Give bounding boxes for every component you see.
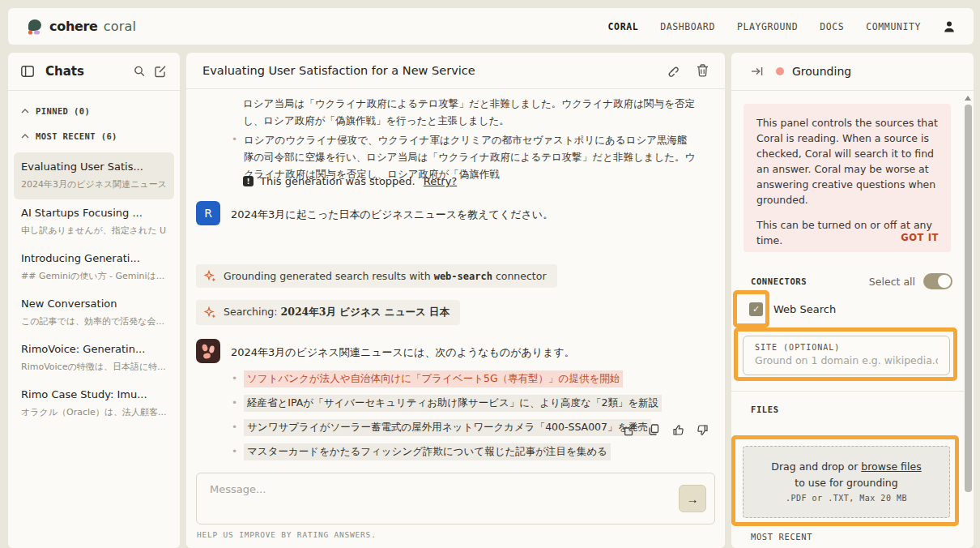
search-chats-icon[interactable] bbox=[133, 65, 146, 78]
retry-link[interactable]: Retry? bbox=[424, 175, 457, 187]
nav-docs[interactable]: DOCS bbox=[820, 21, 844, 32]
cited-text[interactable]: マスターカードをかたるフィッシング詐欺について報じた記事が注目を集める bbox=[244, 443, 611, 460]
delete-conversation-icon[interactable] bbox=[697, 64, 709, 77]
chat-item-preview: RimoVoiceの特徴は、日本語に特... bbox=[21, 361, 167, 373]
assistant-message: 2024年3月のビジネス関連ニュースには、次のようなものがあります。 bbox=[196, 339, 575, 363]
scrollbar-up-arrow[interactable] bbox=[965, 96, 971, 101]
conversation-panel: Evaluating User Satisfaction for a New S… bbox=[186, 53, 725, 548]
chevron-up-icon bbox=[21, 109, 29, 113]
web-search-checkbox[interactable]: ✓ bbox=[749, 302, 763, 316]
browse-files-link[interactable]: browse files bbox=[861, 460, 921, 473]
conversation-header: Evaluating User Satisfaction for a New S… bbox=[186, 53, 725, 89]
user-message-text: 2024年3月に起こった日本のビジネスニュースを教えてください。 bbox=[231, 201, 553, 225]
nav-dashboard[interactable]: DASHBOARD bbox=[660, 21, 715, 32]
chat-item-preview: オラクル（Oracle）は、法人顧客... bbox=[21, 406, 167, 418]
assistant-bullet-list: •ソフトバンクが法人や自治体向けに「プライベート5G（専有型）」の提供を開始 •… bbox=[232, 370, 685, 468]
chat-list-item[interactable]: Introducing Generati... ## Geminiの使い方 - … bbox=[8, 245, 180, 290]
connector-name: web-search bbox=[434, 271, 492, 282]
select-all-label: Select all bbox=[869, 276, 915, 288]
dropzone-text: Drag and drop or browse files bbox=[744, 459, 949, 475]
send-button[interactable]: → bbox=[679, 485, 706, 512]
copy-icon[interactable] bbox=[648, 424, 660, 436]
cited-text[interactable]: サンワサプライがソーラー蓄電式の屋外用ネットワークカメラ「400-SSA007」… bbox=[244, 419, 651, 436]
chat-item-title: AI Startups Focusing ... bbox=[21, 207, 167, 219]
grounding-panel: Grounding This panel controls the source… bbox=[731, 53, 974, 548]
site-input[interactable] bbox=[755, 354, 938, 366]
export-icon[interactable] bbox=[624, 424, 636, 436]
generation-stopped-notice: ! This generation was stopped. Retry? bbox=[243, 175, 457, 187]
chat-list-item[interactable]: New Conversation この記事では、効率的で活発な会... bbox=[8, 290, 180, 336]
user-message: R 2024年3月に起こった日本のビジネスニュースを教えてください。 bbox=[196, 201, 553, 225]
conversation-title: Evaluating User Satisfaction for a New S… bbox=[202, 64, 666, 77]
share-link-icon[interactable] bbox=[666, 64, 679, 77]
chat-list-item[interactable]: Evaluating User Satis... 2024年3月のビジネス関連ニ… bbox=[14, 152, 174, 199]
chat-list: Evaluating User Satis... 2024年3月のビジネス関連ニ… bbox=[8, 152, 180, 426]
collapse-right-panel-icon[interactable] bbox=[751, 66, 764, 77]
web-search-connector-row: ✓ Web Search bbox=[749, 302, 836, 316]
chats-sidebar-header: Chats bbox=[8, 53, 180, 91]
new-chat-icon[interactable] bbox=[154, 65, 167, 78]
chat-list-item[interactable]: RimoVoice: Generatin... RimoVoiceの特徴は、日本… bbox=[8, 336, 180, 381]
file-dropzone[interactable]: Drag and drop or browse files to use for… bbox=[743, 446, 950, 518]
site-input-label: SITE (OPTIONAL) bbox=[755, 343, 938, 352]
pinned-section-header[interactable]: PINNED (0) bbox=[8, 106, 180, 116]
logo-product: coral bbox=[104, 19, 136, 34]
message-composer: → bbox=[196, 473, 715, 524]
grounding-title: Grounding bbox=[792, 65, 851, 78]
grounding-status-chip: Grounding generated search results with … bbox=[196, 264, 557, 288]
previous-answer-continuation: ロシア当局は「ウクライナ政府によるテロ攻撃」だと非難しました。ウクライナ政府は関… bbox=[243, 95, 697, 129]
bullet-marker: • bbox=[232, 131, 237, 182]
dropzone-filetypes: .PDF or .TXT, Max 20 MB bbox=[744, 494, 949, 503]
rating-hint: HELP US IMPROVE BY RATING ANSWERS. bbox=[197, 530, 377, 539]
cited-text[interactable]: 経産省とIPAが「サイバーセキュリティお助け隊サービス」に、より高度な「2類」を… bbox=[244, 395, 662, 412]
top-nav: CORAL DASHBOARD PLAYGROUND DOCS COMMUNIT… bbox=[608, 20, 956, 33]
list-item: •サンワサプライがソーラー蓄電式の屋外用ネットワークカメラ「400-SSA007… bbox=[232, 419, 685, 436]
nav-community[interactable]: COMMUNITY bbox=[866, 21, 921, 32]
logo-brand: cohere bbox=[49, 19, 98, 34]
cited-text-active[interactable]: ソフトバンクが法人や自治体向けに「プライベート5G（専有型）」の提供を開始 bbox=[244, 370, 623, 387]
searching-status-chip: Searching: 2024年3月 ビジネス ニュース 日本 bbox=[196, 300, 460, 325]
chat-item-title: New Conversation bbox=[21, 298, 167, 310]
sparkle-icon bbox=[204, 270, 216, 282]
cohere-logo[interactable]: cohere coral bbox=[26, 19, 136, 35]
chat-item-title: Introducing Generati... bbox=[21, 252, 167, 264]
chevron-up-icon bbox=[21, 134, 29, 139]
most-recent-label: MOST RECENT bbox=[751, 532, 812, 542]
chats-sidebar: Chats PINNED (0) MOST RECENT (6) Evaluat… bbox=[8, 53, 180, 548]
chat-list-item[interactable]: AI Startups Focusing ... 申し訳ありませんが、指定された… bbox=[8, 199, 180, 245]
connectors-header: CONNECTORS Select all bbox=[751, 273, 952, 289]
top-bar: cohere coral CORAL DASHBOARD PLAYGROUND … bbox=[8, 8, 974, 45]
thumbs-up-icon[interactable] bbox=[672, 424, 684, 436]
recent-section-header[interactable]: MOST RECENT (6) bbox=[8, 131, 180, 141]
info-paragraph: This panel controls the sources that Cor… bbox=[756, 115, 938, 208]
assistant-intro-text: 2024年3月のビジネス関連ニュースには、次のようなものがあります。 bbox=[231, 339, 575, 363]
scrollbar-thumb[interactable] bbox=[965, 105, 972, 492]
cohere-logo-icon bbox=[26, 19, 44, 35]
pinned-section-label: PINNED (0) bbox=[36, 106, 90, 116]
site-input-group: SITE (OPTIONAL) bbox=[743, 336, 950, 375]
chat-item-title: Rimo Case Study: Imu... bbox=[21, 388, 167, 400]
chat-item-preview: この記事では、効率的で活発な会... bbox=[21, 315, 167, 328]
list-item: •マスターカードをかたるフィッシング詐欺について報じた記事が注目を集める bbox=[232, 443, 685, 460]
chat-item-title: RimoVoice: Generatin... bbox=[21, 343, 167, 355]
search-query: 2024年3月 ビジネス ニュース 日本 bbox=[280, 306, 450, 318]
web-search-label: Web Search bbox=[773, 303, 836, 315]
chat-item-title: Evaluating User Satis... bbox=[21, 161, 167, 173]
toggle-knob bbox=[938, 275, 951, 288]
got-it-button[interactable]: GOT IT bbox=[901, 232, 939, 243]
nav-coral[interactable]: CORAL bbox=[608, 21, 639, 32]
select-all-toggle[interactable] bbox=[923, 273, 952, 289]
message-input[interactable] bbox=[210, 483, 663, 495]
message-actions bbox=[624, 424, 709, 436]
collapse-panel-icon[interactable] bbox=[21, 66, 34, 77]
chat-item-preview: ## Geminiの使い方 - Geminiは... bbox=[21, 270, 167, 282]
panel-divider bbox=[731, 391, 964, 392]
chat-list-item[interactable]: Rimo Case Study: Imu... オラクル（Oracle）は、法人… bbox=[8, 381, 180, 426]
user-profile-icon[interactable] bbox=[943, 20, 956, 33]
nav-playground[interactable]: PLAYGROUND bbox=[737, 21, 798, 32]
alert-icon: ! bbox=[243, 176, 254, 186]
thumbs-down-icon[interactable] bbox=[697, 424, 709, 436]
connectors-label: CONNECTORS bbox=[751, 276, 807, 286]
grounding-status-dot bbox=[776, 67, 784, 75]
list-item: •経産省とIPAが「サイバーセキュリティお助け隊サービス」に、より高度な「2類」… bbox=[232, 395, 685, 412]
